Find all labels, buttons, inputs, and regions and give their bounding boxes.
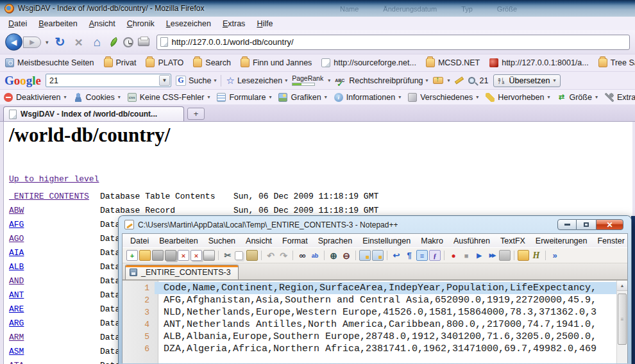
new-tab-button[interactable]: +: [187, 108, 205, 120]
save-all-button[interactable]: [165, 250, 176, 261]
print-button[interactable]: [138, 38, 149, 46]
play-multi-button[interactable]: [486, 250, 498, 261]
search-dropdown-icon[interactable]: ▼: [159, 75, 170, 86]
webdev-item[interactable]: Grafiken ▾: [278, 93, 326, 102]
zoom-out-button[interactable]: [341, 250, 352, 261]
webdev-item[interactable]: i Informationen ▾: [334, 93, 401, 102]
hilfe-menu[interactable]: Hilfe: [251, 18, 278, 29]
webdev-item[interactable]: Hervorheben ▾: [486, 93, 550, 102]
close-all-button[interactable]: [190, 250, 202, 261]
entry-link[interactable]: AGO: [9, 232, 100, 246]
forward-button[interactable]: ▶: [23, 37, 41, 48]
makro-menu[interactable]: Makro: [416, 236, 448, 246]
entry-link[interactable]: AND: [9, 274, 100, 288]
history-clock-icon[interactable]: [123, 37, 133, 47]
stop-button[interactable]: ×: [72, 35, 86, 50]
google-bookmarks-button[interactable]: ☆ Lesezeichen ▾: [226, 75, 287, 87]
save-button[interactable]: [152, 250, 164, 261]
close-button[interactable]: [178, 250, 189, 261]
find-button[interactable]: [296, 250, 308, 261]
scrollbar-thumb[interactable]: ≡: [618, 294, 627, 345]
bookmark-item[interactable]: http://127.0.0.1:8001/a...: [489, 58, 589, 67]
copy-button[interactable]: [235, 251, 243, 260]
ext-h-button[interactable]: [530, 250, 542, 261]
indent-button[interactable]: [416, 250, 428, 261]
entry-link[interactable]: ATA: [9, 359, 100, 364]
home-button[interactable]: ⌂: [90, 35, 105, 50]
record-button[interactable]: [448, 250, 459, 261]
stop-play-button[interactable]: [461, 250, 472, 261]
zoom-find-icon[interactable]: [468, 77, 475, 84]
bookmark-item[interactable]: PLATO: [146, 58, 183, 67]
webdev-item[interactable]: Deaktivieren ▾: [4, 93, 67, 102]
bookmark-item[interactable]: MCSD.NET: [426, 58, 480, 67]
entry-link[interactable]: ARE: [9, 302, 100, 317]
vertical-scrollbar[interactable]: ▲ ≡: [616, 281, 627, 363]
back-button[interactable]: ◀: [5, 33, 22, 51]
chevron-down-icon[interactable]: ▾: [328, 78, 330, 83]
feed-icon[interactable]: [108, 37, 119, 47]
url-bar[interactable]: http://127.0.0.1/world-db/country/: [157, 35, 630, 50]
chronik-menu[interactable]: Chronik: [121, 18, 160, 29]
sync-h-button[interactable]: [372, 250, 384, 261]
editor-area[interactable]: 1Code,Name,Continent,Region,SurfaceArea,…: [123, 280, 627, 363]
open-button[interactable]: [139, 250, 151, 261]
entry-link[interactable]: ARG: [9, 317, 100, 331]
webdev-item[interactable]: Formulare ▾: [217, 93, 271, 102]
einstellungen-menu[interactable]: Einstellungen: [357, 236, 416, 246]
format-menu[interactable]: Format: [277, 236, 313, 246]
bearbeiten-menu[interactable]: Bearbeiten: [154, 236, 203, 246]
document-tab[interactable]: _ENTIRE_CONTENTS-3: [125, 265, 239, 279]
close-button[interactable]: ✕: [596, 219, 623, 230]
lesezeichen-menu[interactable]: Lesezeichen: [160, 18, 217, 29]
redo-button[interactable]: [278, 250, 289, 261]
webdev-item[interactable]: Verschiedenes ▾: [408, 93, 478, 102]
play-button[interactable]: [473, 250, 485, 261]
entry-link[interactable]: ALB: [9, 260, 100, 274]
func-button[interactable]: [429, 250, 441, 261]
fenster-menu[interactable]: Fenster: [592, 236, 628, 246]
bookmark-item[interactable]: http://sourceforge.net...: [321, 58, 416, 67]
webdev-item[interactable]: Cookies ▾: [74, 93, 121, 102]
ausf-hren-menu[interactable]: Ausführen: [448, 236, 495, 246]
send-to-icon[interactable]: [433, 77, 443, 84]
replace-button[interactable]: [309, 250, 321, 261]
entry-link[interactable]: ABW: [9, 204, 100, 218]
webdev-item[interactable]: ⇄ Größe ▾: [557, 93, 597, 102]
google-search-button[interactable]: G Suche ▾: [176, 76, 216, 86]
minimize-button[interactable]: [557, 219, 577, 230]
undo-button[interactable]: [265, 250, 276, 261]
new-button[interactable]: [126, 250, 138, 261]
maximize-button[interactable]: [577, 219, 596, 230]
bearbeiten-menu[interactable]: Bearbeiten: [33, 18, 83, 29]
erweiterungen-menu[interactable]: Erweiterungen: [530, 236, 593, 246]
bookmark-item[interactable]: Search: [193, 58, 231, 67]
paste-button[interactable]: [246, 250, 258, 261]
bookmark-item[interactable]: Tree Samples: [598, 58, 635, 67]
reload-button[interactable]: ↻: [53, 35, 67, 50]
entry-link[interactable]: ANT: [9, 288, 100, 302]
bookmark-item[interactable]: Privat: [104, 58, 137, 67]
pilcrow-button[interactable]: [403, 250, 415, 261]
more-button[interactable]: [549, 250, 561, 261]
chevron-down-icon[interactable]: ▾: [448, 78, 450, 83]
wrap-button[interactable]: [391, 250, 402, 261]
datei-menu[interactable]: Datei: [3, 18, 33, 29]
scroll-up-icon[interactable]: ▲: [617, 281, 627, 291]
entry-link[interactable]: _ENTIRE_CONTENTS: [9, 190, 100, 204]
entry-link[interactable]: ARM: [9, 331, 100, 345]
notepad-titlebar[interactable]: C:\Users\Martin\AppData\Local\Temp\_ENTI…: [122, 216, 628, 233]
entry-link[interactable]: AIA: [9, 246, 100, 260]
textfx-menu[interactable]: TextFX: [495, 236, 530, 246]
bookmark-item[interactable]: Finn und Jannes: [241, 58, 312, 67]
translate-button[interactable]: aí7ä Übersetzen ▾: [493, 74, 561, 87]
highlighter-icon[interactable]: [454, 76, 463, 84]
tab-active[interactable]: WsgiDAV - Index of /world-db/count...: [3, 106, 184, 121]
zoom-in-button[interactable]: [328, 250, 339, 261]
webdev-item[interactable]: css Keine CSS-Fehler ▾: [128, 93, 210, 102]
datei-menu[interactable]: Datei: [125, 236, 154, 246]
ansicht-menu[interactable]: Ansicht: [241, 236, 277, 246]
entry-link[interactable]: AFG: [9, 218, 100, 232]
save-macro-button[interactable]: [499, 250, 511, 261]
history-dropdown-icon[interactable]: ▾: [46, 39, 49, 46]
